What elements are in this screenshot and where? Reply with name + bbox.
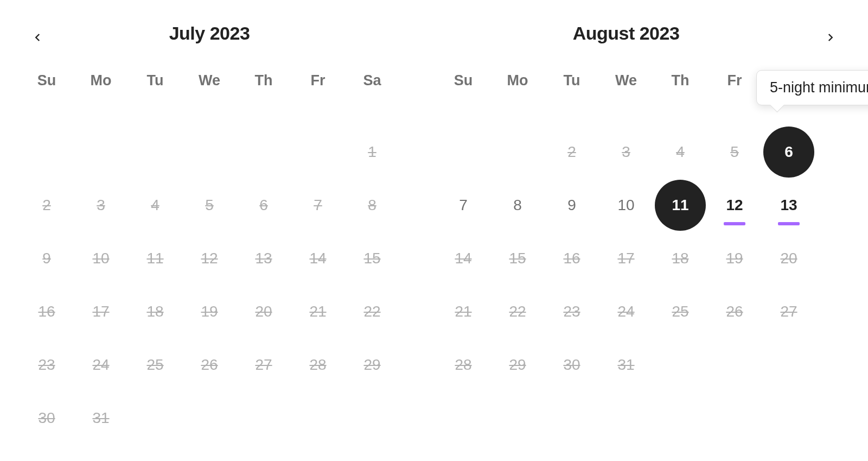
empty-cell [291,125,345,179]
day-blocked: 3 [75,180,126,231]
empty-cell [490,125,545,179]
day-blocked: 18 [130,286,181,337]
day-cell: 1 [345,125,399,179]
day-cell: 3 [599,125,653,179]
day-range-end[interactable]: 11 [655,180,706,231]
day-in-range[interactable]: 9 [546,180,597,231]
day-cell: 12 [707,179,762,232]
day-blocked: 5 [184,180,235,231]
day-blocked: 25 [130,339,181,390]
weekday-label: Th [653,72,707,109]
day-blocked: 10 [75,233,126,284]
day-cell: 24 [74,338,128,391]
day-range-start[interactable]: 6 [763,127,814,178]
weekday-label: Th [237,72,291,109]
day-blocked: 23 [546,286,597,337]
day-cell: 15 [345,232,399,285]
day-cell: 13 [762,179,816,232]
day-blocked: 27 [238,339,289,390]
day-blocked: 26 [184,339,235,390]
day-blocked: 27 [763,286,814,337]
day-blocked: 30 [546,339,597,390]
day-cell: 6 [237,179,291,232]
empty-cell [436,125,490,179]
day-cell: 31 [599,338,653,391]
day-blocked: 24 [601,286,652,337]
day-blocked: 21 [438,286,489,337]
day-blocked: 26 [709,286,760,337]
empty-cell [20,125,74,179]
day-cell: 2 [20,179,74,232]
day-blocked: 17 [75,286,126,337]
day-cell: 10 [599,179,653,232]
day-cell: 29 [490,338,545,391]
day-blocked: 22 [347,286,398,337]
day-cell: 10 [74,232,128,285]
weekday-label: Sa [345,72,399,109]
day-cell: 28 [291,338,345,391]
weekday-label: Fr [707,72,762,109]
day-in-range[interactable]: 10 [601,180,652,231]
day-cell: 7 [291,179,345,232]
day-cell: 9 [545,179,599,232]
day-cell: 19 [707,232,762,285]
day-blocked: 21 [292,286,343,337]
day-cell: 26 [707,285,762,338]
day-in-range[interactable]: 7 [438,180,489,231]
day-cell: 30 [20,391,74,445]
day-cell: 16 [545,232,599,285]
day-blocked: 18 [655,233,706,284]
month-left: July 2023 SuMoTuWeThFrSa1234567891011121… [20,16,399,445]
day-cell: 14 [436,232,490,285]
weekday-label: Tu [128,72,182,109]
weekday-label: Fr [291,72,345,109]
day-in-range[interactable]: 8 [492,180,543,231]
day-blocked: 4 [655,127,706,178]
day-blocked: 29 [347,339,398,390]
day-blocked: 20 [238,286,289,337]
day-blocked: 30 [21,393,72,444]
day-cell: 25 [128,338,182,391]
day-cell: 9 [20,232,74,285]
day-blocked: 17 [601,233,652,284]
day-blocked: 7 [292,180,343,231]
day-blocked: 16 [21,286,72,337]
checkout-only-indicator [778,222,800,225]
checkout-only-indicator [724,222,745,225]
weekday-label: We [182,72,237,109]
day-blocked: 20 [763,233,814,284]
day-cell: 24 [599,285,653,338]
day-cell: 11 [128,232,182,285]
day-blocked: 22 [492,286,543,337]
empty-cell [128,125,182,179]
day-blocked: 19 [709,233,760,284]
day-cell: 8 [345,179,399,232]
day-cell: 23 [545,285,599,338]
day-cell: 4 [653,125,707,179]
day-cell: 30 [545,338,599,391]
month-right: August 2023 SuMoTuWeThFrSa23456789101112… [436,16,816,445]
day-blocked: 15 [492,233,543,284]
day-cell: 8 [490,179,545,232]
day-cell: 23 [20,338,74,391]
day-cell: 29 [345,338,399,391]
day-blocked: 14 [292,233,343,284]
day-cell: 7 [436,179,490,232]
day-blocked: 2 [21,180,72,231]
month-title: July 2023 [20,23,399,44]
day-blocked: 5 [709,127,760,178]
day-blocked: 2 [546,127,597,178]
day-cell: 17 [74,285,128,338]
day-cell: 21 [291,285,345,338]
empty-cell [237,125,291,179]
weekday-label: Tu [545,72,599,109]
day-blocked: 13 [238,233,289,284]
weekday-label: We [599,72,653,109]
day-cell: 22 [490,285,545,338]
minimum-stay-tooltip: 5-night minimum [756,70,868,105]
day-cell: 20 [762,232,816,285]
day-cell: 16 [20,285,74,338]
day-cell: 4 [128,179,182,232]
day-cell: 15 [490,232,545,285]
day-cell: 3 [74,179,128,232]
